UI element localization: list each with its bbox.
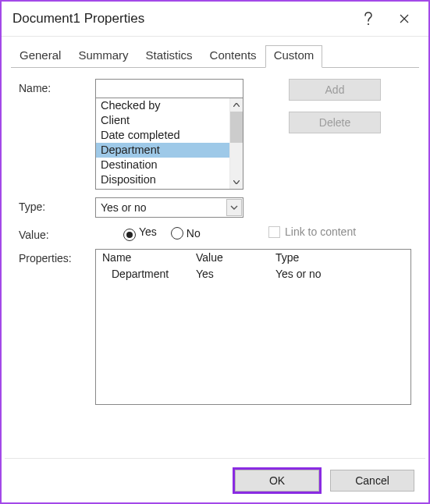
value-label: Value: (19, 225, 95, 241)
value-radio-no[interactable]: No (171, 227, 201, 240)
add-button[interactable]: Add (289, 79, 381, 101)
radio-icon (171, 227, 183, 240)
chevron-up-icon (233, 103, 240, 107)
properties-grid[interactable]: Name Value Type Department Yes Yes or no (95, 249, 411, 405)
scroll-up-button[interactable] (230, 98, 243, 112)
properties-label: Properties: (19, 249, 95, 405)
chevron-down-icon (233, 180, 240, 184)
value-radio-yes[interactable]: Yes (123, 225, 157, 241)
window-title: Document1 Properties (12, 11, 144, 27)
list-item[interactable]: Client (96, 113, 229, 128)
cell-value: Yes (196, 268, 275, 280)
close-icon (400, 14, 409, 23)
list-item[interactable]: Checked by (96, 98, 229, 113)
scroll-down-button[interactable] (230, 176, 243, 189)
column-header-name[interactable]: Name (102, 251, 196, 264)
properties-dialog: Document1 Properties General Summary Sta… (0, 0, 430, 504)
cell-type: Yes or no (275, 268, 377, 280)
cell-name: Department (112, 268, 196, 280)
column-header-value[interactable]: Value (196, 251, 275, 264)
radio-label: Yes (139, 225, 157, 238)
column-header-type[interactable]: Type (275, 251, 377, 264)
delete-button[interactable]: Delete (289, 112, 381, 133)
tab-general[interactable]: General (11, 45, 69, 68)
radio-icon (123, 229, 136, 241)
tab-summary[interactable]: Summary (69, 45, 137, 68)
list-item[interactable]: Disposition (96, 172, 229, 187)
name-label: Name: (19, 79, 95, 94)
checkbox-icon (268, 226, 280, 238)
svg-point-0 (368, 23, 369, 25)
scroll-thumb[interactable] (230, 112, 243, 143)
titlebar: Document1 Properties (2, 2, 428, 36)
table-row[interactable]: Department Yes Yes or no (96, 266, 410, 282)
name-list-items: Checked by Client Date completed Departm… (96, 98, 229, 189)
tab-custom[interactable]: Custom (265, 45, 323, 68)
help-button[interactable] (350, 2, 386, 36)
type-select-value: Yes or no (96, 201, 226, 214)
help-icon (363, 12, 374, 26)
type-select[interactable]: Yes or no (95, 197, 243, 218)
name-list-scrollbar[interactable] (229, 98, 243, 189)
tab-statistics[interactable]: Statistics (137, 45, 201, 68)
chevron-down-icon (230, 205, 238, 210)
list-item[interactable]: Department (96, 143, 229, 158)
type-label: Type: (19, 197, 95, 213)
tab-strip: General Summary Statistics Contents Cust… (11, 44, 419, 68)
name-listbox[interactable]: Checked by Client Date completed Departm… (95, 98, 243, 190)
list-item[interactable]: Destination (96, 158, 229, 172)
radio-label: No (187, 227, 201, 240)
type-select-dropdown-button[interactable] (226, 199, 242, 216)
tab-panel-custom: Name: Checked by Client Date completed D… (2, 68, 428, 458)
link-to-content-label: Link to content (285, 225, 356, 238)
list-item[interactable]: Date completed (96, 128, 229, 143)
cancel-button[interactable]: Cancel (330, 470, 414, 492)
name-input[interactable] (95, 79, 243, 98)
link-to-content-checkbox: Link to content (268, 225, 356, 238)
tab-contents[interactable]: Contents (201, 45, 265, 68)
close-button[interactable] (386, 2, 422, 36)
dialog-footer: OK Cancel (2, 459, 428, 502)
ok-button[interactable]: OK (235, 470, 319, 492)
